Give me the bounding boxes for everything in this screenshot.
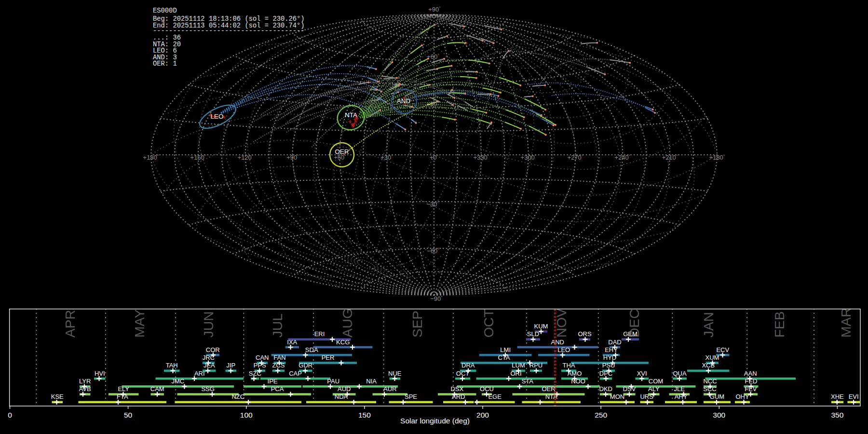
svg-text:+120°: +120° — [238, 154, 254, 161]
svg-text:LYR: LYR — [79, 378, 91, 385]
svg-text:Solar longitude (deg): Solar longitude (deg) — [400, 417, 470, 425]
svg-text:200: 200 — [476, 411, 489, 419]
svg-text:QUA: QUA — [673, 370, 687, 377]
svg-text:ARD: ARD — [452, 393, 465, 400]
svg-text:ELY: ELY — [118, 385, 129, 393]
svg-text:ERI: ERI — [314, 330, 325, 338]
svg-text:250: 250 — [595, 411, 607, 419]
svg-text:FED: FED — [745, 378, 758, 385]
svg-text:AUG: AUG — [340, 308, 355, 338]
svg-text:AUR: AUR — [383, 385, 396, 393]
svg-text:EGE: EGE — [488, 393, 502, 400]
svg-text:150: 150 — [358, 411, 371, 419]
svg-text:+300°: +300° — [521, 154, 537, 161]
svg-text:JMC: JMC — [171, 378, 184, 385]
svg-text:OHY: OHY — [735, 393, 749, 400]
svg-text:RPU: RPU — [529, 362, 542, 369]
svg-text:AND: AND — [551, 339, 564, 346]
svg-text:DKD: DKD — [599, 385, 612, 393]
svg-text:URS: URS — [640, 393, 653, 400]
svg-text:JLE: JLE — [674, 385, 685, 393]
svg-text:SZC: SZC — [249, 370, 261, 377]
svg-text:DPC: DPC — [599, 370, 612, 377]
svg-text:GUM: GUM — [710, 393, 724, 400]
svg-text:JEA: JEA — [203, 362, 215, 369]
svg-text:CTA: CTA — [498, 354, 510, 361]
svg-text:OCU: OCU — [480, 385, 494, 393]
svg-text:ARI: ARI — [194, 370, 205, 377]
svg-text:300: 300 — [713, 411, 725, 419]
svg-text:+270°: +270° — [568, 154, 583, 161]
svg-text:------------------------------: -------------------------------------- — [153, 27, 305, 35]
svg-text:HYD: HYD — [603, 354, 616, 361]
svg-text:+210°: +210° — [662, 154, 678, 161]
svg-text:DAD: DAD — [608, 339, 621, 346]
svg-text:PCA: PCA — [271, 385, 284, 393]
svg-text:COM: COM — [649, 378, 663, 385]
svg-text:LEO: LEO — [557, 346, 570, 353]
svg-text:ORI: ORI — [510, 370, 521, 377]
svg-text:FAN: FAN — [273, 354, 285, 361]
svg-text:FTA: FTA — [117, 393, 128, 400]
svg-text:NZC: NZC — [231, 393, 244, 400]
svg-text:AND: AND — [397, 97, 411, 105]
svg-text:SDA: SDA — [305, 346, 318, 353]
svg-text:NDA: NDA — [335, 393, 348, 400]
svg-text:OER: 1: OER: 1 — [153, 60, 177, 68]
svg-text:ALY: ALY — [648, 385, 660, 393]
svg-text:PAU: PAU — [327, 378, 339, 385]
svg-text:FEB: FEB — [772, 312, 787, 338]
svg-text:OER: OER — [335, 148, 349, 155]
svg-text:NUE: NUE — [388, 370, 402, 377]
svg-text:NIA: NIA — [366, 378, 377, 385]
svg-text:MAR: MAR — [839, 308, 854, 338]
svg-text:HVI: HVI — [95, 370, 105, 377]
svg-text:EVI: EVI — [849, 393, 859, 400]
svg-text:FEV: FEV — [745, 385, 757, 393]
svg-text:NOO: NOO — [571, 378, 585, 385]
svg-text:LEO: LEO — [210, 113, 223, 120]
svg-text:PSU: PSU — [602, 362, 615, 369]
svg-text:AHY: AHY — [675, 393, 688, 400]
svg-text:APR: APR — [63, 310, 78, 338]
svg-text:OER: OER — [542, 385, 555, 393]
svg-text:IPE: IPE — [268, 378, 278, 385]
svg-text:JIP: JIP — [226, 362, 235, 369]
svg-text:DSV: DSV — [623, 385, 636, 393]
svg-text:+240°: +240° — [615, 154, 631, 161]
svg-text:AUD: AUD — [338, 385, 351, 393]
svg-text:CAN: CAN — [256, 354, 269, 361]
svg-text:ORS: ORS — [578, 330, 592, 338]
svg-text:PPS: PPS — [254, 362, 266, 369]
svg-text:MON: MON — [610, 393, 624, 400]
svg-text:COR: COR — [206, 346, 220, 353]
svg-text:THA: THA — [563, 362, 575, 369]
svg-text:NCC: NCC — [703, 378, 717, 385]
svg-text:LUM: LUM — [512, 362, 525, 369]
svg-text:DSX: DSX — [450, 385, 463, 393]
svg-text:TAH: TAH — [166, 362, 178, 369]
svg-text:ES000D: ES000D — [153, 7, 177, 14]
svg-text:XCB: XCB — [702, 362, 715, 369]
svg-text:ECV: ECV — [716, 346, 729, 353]
svg-text:XVI: XVI — [637, 370, 647, 377]
svg-text:KCG: KCG — [336, 339, 350, 346]
svg-text:+150°: +150° — [190, 154, 206, 161]
svg-text:DRA: DRA — [461, 362, 475, 369]
svg-text:+180°: +180° — [143, 154, 159, 161]
svg-text:SEP: SEP — [410, 311, 425, 338]
svg-text:350: 350 — [831, 411, 843, 419]
svg-text:EHY: EHY — [605, 346, 618, 353]
svg-text:KSE: KSE — [51, 393, 64, 400]
svg-text:OCT: OCT — [481, 309, 496, 338]
svg-text:+180°: +180° — [709, 154, 725, 161]
svg-text:GEM: GEM — [623, 330, 637, 338]
svg-text:KUM: KUM — [534, 323, 548, 330]
svg-text:JAN: JAN — [701, 312, 716, 338]
svg-text:AMO: AMO — [568, 370, 582, 377]
svg-text:XHE: XHE — [831, 393, 844, 400]
svg-text:SPE: SPE — [405, 393, 417, 400]
svg-text:JRC: JRC — [203, 354, 215, 361]
svg-text:0: 0 — [8, 411, 12, 419]
svg-text:PER: PER — [322, 354, 335, 361]
